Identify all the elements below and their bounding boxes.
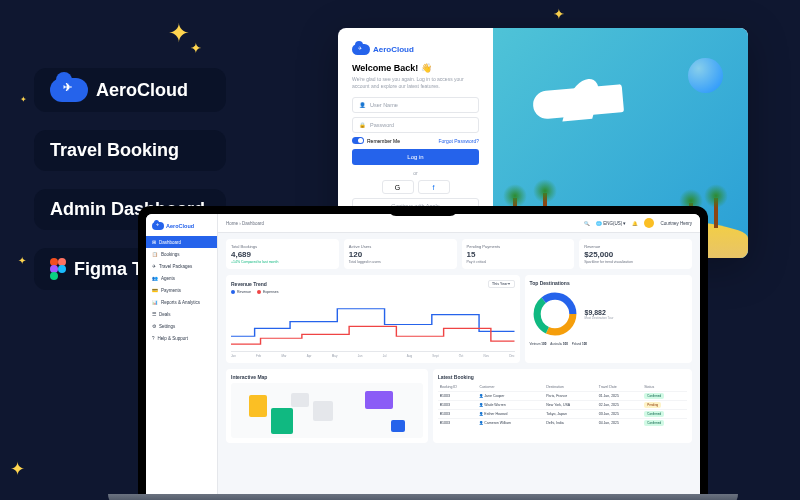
table-row[interactable]: B1003👤 Cameron WilliamDelhi, India04 Jan… (438, 419, 687, 428)
laptop-mockup: AeroCloud ⊞Dashboard📋Bookings✈Travel Pac… (108, 206, 738, 500)
stat-card: Total Bookings4,689+14% Compared to last… (226, 239, 339, 269)
world-map[interactable] (231, 383, 423, 438)
map-card: Interactive Map (226, 369, 428, 443)
stat-card: Active Users120Total logged in users (344, 239, 457, 269)
donut-sub: Most Destination Tour (585, 316, 614, 320)
sparkle-icon: ✦ (18, 255, 26, 266)
login-button[interactable]: Log in (352, 149, 479, 165)
figma-icon (50, 258, 66, 280)
user-name: Courtney Henry (660, 221, 692, 226)
sparkle-icon: ✦ (168, 18, 190, 49)
stat-card: Revenue$25,000Sparkline for trend visual… (579, 239, 692, 269)
cloud-plane-icon (50, 78, 88, 102)
donut-value: $9,882 (585, 309, 614, 316)
sidebar-item-help-support[interactable]: ?Help & Support (146, 332, 217, 344)
remember-toggle[interactable]: Remember Me (352, 137, 400, 144)
breadcrumb: Home › Dashboard (226, 221, 264, 226)
password-field[interactable]: 🔒 Password (352, 117, 479, 133)
line-chart (231, 297, 515, 352)
brand-logo-badge: AeroCloud (34, 68, 226, 112)
divider-or: or (352, 170, 479, 176)
stat-card: Pending Payments15Pay it critical (462, 239, 575, 269)
sidebar-item-settings[interactable]: ⚙Settings (146, 320, 217, 332)
destinations-card: Top Destinations $9,882 Most Destination (525, 275, 693, 363)
table-row[interactable]: B1003👤 Esther HowardTokyo, Japan03 Jan, … (438, 410, 687, 419)
sidebar-item-deals[interactable]: ☰Deals (146, 308, 217, 320)
chart-filter[interactable]: This Year ▾ (488, 280, 515, 288)
table-row[interactable]: B1003👤 Jane CooperParis, France01 Jan, 2… (438, 392, 687, 401)
brand-name: AeroCloud (96, 80, 188, 101)
sidebar-item-agents[interactable]: 👥Agents (146, 272, 217, 284)
sidebar-item-travel-packages[interactable]: ✈Travel Packages (146, 260, 217, 272)
forgot-password-link[interactable]: Forgot Password? (438, 138, 479, 144)
sidebar-item-reports-analytics[interactable]: 📊Reports & Analytics (146, 296, 217, 308)
sparkle-icon: ✦ (553, 6, 565, 22)
legend-item: Poland 100 (572, 342, 587, 346)
legend-item: Vietnam 100 (530, 342, 547, 346)
notification-icon[interactable]: 🔔 (632, 221, 638, 226)
table-row[interactable]: B1003👤 Wade WarrenNew York, USA02 Jan, 2… (438, 401, 687, 410)
sidebar-item-bookings[interactable]: 📋Bookings (146, 248, 217, 260)
bookings-table: Booking IDCustomerDestinationTravel Date… (438, 383, 687, 427)
bookings-table-card: Latest Booking Booking IDCustomerDestina… (433, 369, 692, 443)
topbar: Home › Dashboard 🔍 🌐 ENG(US) ▾ 🔔 Courtne… (218, 214, 700, 233)
table-title: Latest Booking (438, 374, 687, 380)
social-google[interactable]: G (382, 180, 414, 194)
avatar[interactable] (644, 218, 654, 228)
sparkle-icon: ✦ (20, 95, 27, 104)
sparkle-icon: ✦ (190, 40, 202, 56)
badge-travel: Travel Booking (34, 130, 226, 171)
login-sub: We're glad to see you again. Log in to a… (352, 76, 479, 89)
sidebar-item-dashboard[interactable]: ⊞Dashboard (146, 236, 217, 248)
dest-title: Top Destinations (530, 280, 688, 286)
login-logo: AeroCloud (352, 44, 479, 55)
chart-title: Revenue Trend (231, 281, 267, 287)
username-field[interactable]: 👤 User Name (352, 97, 479, 113)
sparkle-icon: ✦ (10, 458, 25, 480)
sidebar: AeroCloud ⊞Dashboard📋Bookings✈Travel Pac… (146, 214, 218, 494)
map-title: Interactive Map (231, 374, 423, 380)
sidebar-item-payments[interactable]: 💳Payments (146, 284, 217, 296)
search-icon[interactable]: 🔍 (584, 221, 590, 226)
sidebar-logo: AeroCloud (146, 219, 217, 236)
login-heading: Welcome Back! 👋 (352, 63, 479, 73)
lang-selector[interactable]: 🌐 ENG(US) ▾ (596, 221, 627, 226)
donut-chart (530, 289, 580, 339)
social-facebook[interactable]: f (418, 180, 450, 194)
revenue-chart-card: Revenue TrendThis Year ▾ Revenue Expense… (226, 275, 520, 363)
legend-item: Australia 100 (550, 342, 568, 346)
